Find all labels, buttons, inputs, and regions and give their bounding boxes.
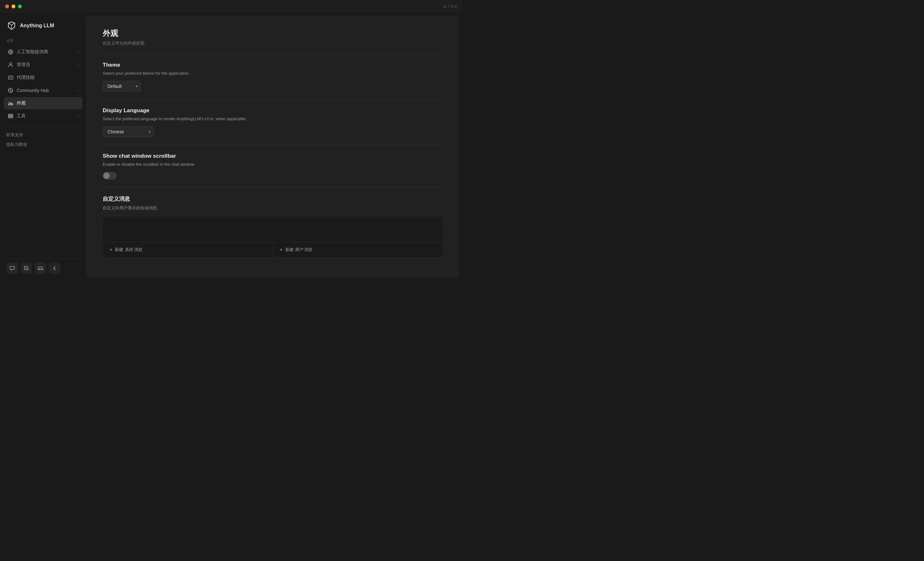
chat-icon-button[interactable] [6,263,18,274]
community-icon [8,88,14,93]
agent-icon [8,75,14,81]
language-dropdown[interactable]: Chinese ▾ [103,126,154,137]
book-icon-button[interactable] [21,263,32,274]
title-bar: v1.7.3-r2 [0,0,462,13]
add-system-label: 新建 系统 消息 [115,247,142,253]
logo-icon [6,21,16,31]
sidebar-bottom [4,258,82,275]
logo-area: Anything LLM [4,18,82,37]
theme-description: Select your preferred theme for the appl… [103,71,443,76]
sidebar-footer-links: 联系支持 隐私与数据 [4,131,82,149]
messages-container: + 新建 系统 消息 + 新建 用户 消息 [103,216,443,257]
language-divider [103,145,443,145]
sidebar-item-tools[interactable]: 工具 › [4,110,82,122]
sidebar-item-label-admin: 管理员 [16,62,74,67]
theme-dropdown-arrow: ▾ [136,84,138,88]
sidebar-item-agent-skills[interactable]: 代理技能 [4,72,82,84]
theme-select-container: Default ▾ [103,81,141,92]
sidebar-divider [6,127,80,127]
language-section: Display Language Select the preferred la… [103,108,443,137]
chevron-right-icon-4: › [77,114,79,118]
sidebar-item-label-agent: 代理技能 [16,75,79,81]
svg-point-1 [10,51,12,53]
theme-dropdown-value: Default [108,84,122,89]
sidebar-item-appearance[interactable]: 外观 [4,97,82,109]
plus-icon-user: + [280,247,283,253]
theme-title: Theme [103,62,443,68]
version-label: v1.7.3-r2 [443,4,457,8]
language-description: Select the preferred language to render … [103,117,443,121]
language-select-container: Chinese ▾ [103,126,154,137]
sidebar-item-ai-provider[interactable]: 人工智能提供商 › [4,46,82,58]
scrollbar-section: Show chat window scrollbar Enable or dis… [103,153,443,180]
window-controls [5,4,22,8]
sidebar-item-community-hub[interactable]: Community Hub › [4,84,82,96]
privacy-link[interactable]: 隐私与数据 [6,141,80,149]
chevron-right-icon-2: › [77,63,79,67]
support-link[interactable]: 联系支持 [6,131,80,139]
maximize-button[interactable] [18,4,22,8]
chevron-right-icon-3: › [77,88,79,93]
add-user-label: 新建 用户 消息 [285,247,312,253]
appearance-icon [8,100,14,106]
svg-rect-7 [8,114,13,115]
minimize-button[interactable] [12,4,15,8]
theme-divider [103,99,443,100]
header-divider [103,54,443,54]
main-content: 外观 自定义平台的外观设置。 Theme Select your preferr… [87,15,459,278]
theme-section: Theme Select your preferred theme for th… [103,62,443,92]
toggle-knob [103,172,110,179]
theme-dropdown[interactable]: Default ▾ [103,81,141,92]
sidebar-item-label-ai: 人工智能提供商 [16,49,74,55]
plus-icon-system: + [110,247,112,253]
sidebar: Anything LLM 设置 人工智能提供商 › [0,13,87,280]
app-name: Anything LLM [20,23,54,28]
sidebar-item-label-community: Community Hub [16,88,74,93]
page-title: 外观 [103,28,443,39]
svg-point-9 [41,268,41,269]
svg-rect-5 [8,117,13,118]
language-dropdown-arrow: ▾ [148,130,150,134]
back-icon-button[interactable] [49,263,60,274]
close-button[interactable] [5,4,9,8]
tools-icon [8,113,14,119]
custom-messages-description: 自定义向用户显示的自动消息。 [103,205,443,211]
language-dropdown-value: Chinese [108,129,124,134]
language-title: Display Language [103,108,443,114]
messages-footer: + 新建 系统 消息 + 新建 用户 消息 [103,242,443,257]
scrollbar-toggle[interactable] [103,172,117,180]
discord-icon-button[interactable] [34,263,46,274]
svg-rect-6 [8,116,13,117]
sidebar-item-label-appearance: 外观 [16,100,79,106]
custom-messages-section: 自定义消息 自定义向用户显示的自动消息。 + 新建 系统 消息 + 新建 用户 … [103,195,443,257]
chevron-right-icon: › [77,50,79,54]
add-system-message-button[interactable]: + 新建 系统 消息 [103,242,273,257]
admin-icon [8,62,14,67]
page-header: 外观 自定义平台的外观设置。 [103,28,443,46]
scrollbar-title: Show chat window scrollbar [103,153,443,159]
custom-messages-title: 自定义消息 [103,195,443,203]
sidebar-item-label-tools: 工具 [16,113,74,119]
messages-empty-area [103,216,443,242]
app-container: Anything LLM 设置 人工智能提供商 › [0,13,462,280]
add-user-message-button[interactable]: + 新建 用户 消息 [273,242,443,257]
sidebar-item-admin[interactable]: 管理员 › [4,59,82,71]
ai-provider-icon [8,49,14,55]
sidebar-section-label: 设置 [4,37,82,46]
svg-point-8 [39,268,40,269]
svg-point-2 [10,63,12,65]
page-subtitle: 自定义平台的外观设置。 [103,40,443,46]
scrollbar-description: Enable or disable the scrollbar in the c… [103,162,443,167]
